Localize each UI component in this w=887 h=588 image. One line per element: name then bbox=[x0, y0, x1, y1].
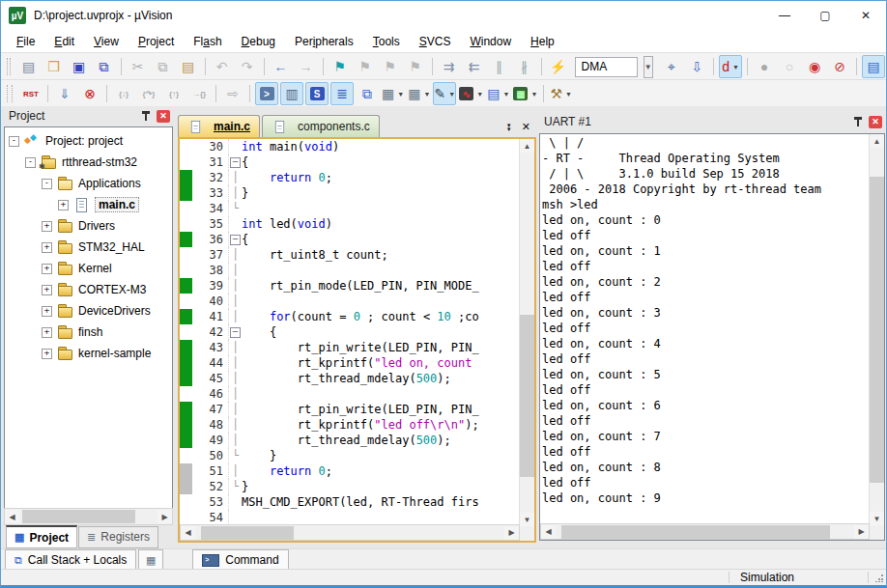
scroll-right-icon[interactable]: ▶ bbox=[157, 510, 172, 523]
target-select-combo[interactable]: DMA bbox=[575, 57, 638, 77]
scroll-right-icon[interactable]: ▶ bbox=[854, 525, 869, 539]
stop-button[interactable]: ⊗ bbox=[78, 82, 101, 105]
undo-button[interactable]: ↶ bbox=[211, 55, 234, 78]
menu-item-project[interactable]: Project bbox=[129, 33, 184, 50]
scroll-up-icon[interactable]: ▲ bbox=[870, 134, 884, 148]
menu-item-peripherals[interactable]: Peripherals bbox=[285, 33, 363, 50]
symbols-window-button[interactable]: S bbox=[305, 82, 329, 105]
navigate-forward-button[interactable]: → bbox=[295, 55, 318, 78]
expand-icon[interactable]: + bbox=[58, 200, 69, 210]
pin-icon[interactable] bbox=[141, 110, 151, 122]
fold-marker[interactable]: – bbox=[228, 232, 242, 247]
tab-project[interactable]: ▦ Project bbox=[6, 525, 77, 548]
scroll-left-icon[interactable]: ◀ bbox=[541, 525, 556, 539]
collapse-icon[interactable]: - bbox=[42, 179, 52, 189]
tree-item-main-c[interactable]: +main.c bbox=[5, 194, 172, 215]
fold-marker[interactable]: – bbox=[228, 324, 242, 340]
configuration-wizard-button[interactable]: ▤ bbox=[862, 55, 885, 78]
tab-list-chevron-icon[interactable]: ▼▼ bbox=[506, 124, 512, 131]
callstack-window-button[interactable]: ⧉ bbox=[356, 82, 379, 105]
indent-button[interactable]: ⇉ bbox=[438, 55, 461, 78]
system-viewer-button[interactable]: ▤▼ bbox=[486, 82, 510, 105]
editor-hscrollbar[interactable]: ◀ ▶ bbox=[180, 524, 520, 541]
tree-item-project-project[interactable]: -Project: project bbox=[5, 130, 172, 152]
fold-collapse-icon[interactable]: – bbox=[230, 235, 241, 245]
step-out-button[interactable]: {↑} bbox=[162, 82, 186, 105]
save-button[interactable]: ▣ bbox=[68, 55, 91, 78]
tab-main-c[interactable]: main.c bbox=[178, 115, 260, 137]
step-over-button[interactable]: {↷} bbox=[137, 82, 160, 105]
tree-item-devicedrivers[interactable]: +DeviceDrivers bbox=[5, 300, 172, 322]
toolbox-button[interactable]: ▦▼ bbox=[512, 82, 538, 105]
uart-hscrollbar[interactable]: ◀ ▶ bbox=[540, 523, 870, 540]
debug-session-button[interactable]: d▼ bbox=[719, 55, 742, 78]
bookmark-prev-button[interactable]: ⚑ bbox=[379, 55, 402, 78]
run-button[interactable]: ⇓ bbox=[53, 82, 76, 105]
copy-button[interactable]: ⧉ bbox=[152, 55, 175, 78]
tree-item-drivers[interactable]: +Drivers bbox=[5, 215, 172, 237]
bookmark-next-button[interactable]: ⚑ bbox=[354, 55, 377, 78]
fold-collapse-icon[interactable]: – bbox=[230, 327, 241, 338]
kill-all-breakpoints-button[interactable]: ⊘ bbox=[828, 55, 851, 78]
expand-icon[interactable]: + bbox=[42, 306, 52, 317]
minimize-button[interactable]: — bbox=[764, 1, 805, 30]
tab-command[interactable]: > Command bbox=[192, 549, 288, 571]
tree-item-applications[interactable]: -Applications bbox=[5, 173, 172, 194]
redo-button[interactable]: ↷ bbox=[236, 55, 259, 78]
reset-button[interactable]: RST bbox=[19, 82, 43, 105]
open-file-button[interactable]: ❒ bbox=[43, 55, 66, 78]
maximize-button[interactable]: ▢ bbox=[805, 1, 845, 30]
tree-item-kernel-sample[interactable]: +kernel-sample bbox=[5, 343, 172, 364]
project-tree[interactable]: -Project: project-✱rtthread-stm32-Applic… bbox=[4, 126, 173, 511]
save-all-button[interactable]: ⧉ bbox=[93, 55, 116, 78]
uart-output[interactable]: \ | /- RT - Thread Operating System / | … bbox=[539, 133, 885, 541]
serial-window-button[interactable]: ✎▼ bbox=[433, 82, 456, 105]
memory-window-button[interactable]: ▦▼ bbox=[407, 82, 431, 105]
menu-item-help[interactable]: Help bbox=[521, 33, 564, 50]
resize-grip[interactable] bbox=[875, 574, 883, 582]
tree-item-stm32-hal[interactable]: +STM32_HAL bbox=[5, 237, 172, 258]
toolbar-grip[interactable] bbox=[7, 58, 11, 75]
scroll-left-icon[interactable]: ◀ bbox=[5, 510, 19, 523]
scroll-down-icon[interactable]: ▼ bbox=[520, 513, 534, 526]
tab-registers[interactable]: ≣ Registers bbox=[78, 526, 158, 548]
scroll-right-icon[interactable]: ▶ bbox=[504, 526, 519, 540]
cut-button[interactable]: ✂ bbox=[127, 55, 150, 78]
scroll-thumb[interactable] bbox=[870, 177, 884, 483]
pin-icon[interactable] bbox=[853, 116, 863, 127]
menu-item-edit[interactable]: Edit bbox=[44, 33, 84, 50]
insert-breakpoint-button[interactable]: ● bbox=[753, 55, 776, 78]
scroll-down-icon[interactable]: ▼ bbox=[870, 512, 884, 525]
menu-item-svcs[interactable]: SVCS bbox=[410, 33, 461, 50]
fold-marker[interactable]: – bbox=[228, 154, 242, 170]
tab-call-stack-locals[interactable]: ⧉ Call Stack + Locals bbox=[5, 549, 136, 571]
show-next-statement-button[interactable]: ⇨ bbox=[221, 82, 244, 105]
watch-window-button[interactable]: ▦▼ bbox=[381, 82, 405, 105]
scroll-thumb[interactable] bbox=[561, 525, 830, 539]
logic-analyzer-button[interactable]: ∿▼ bbox=[458, 82, 484, 105]
registers-window-button[interactable]: ≣ bbox=[330, 82, 354, 105]
navigate-back-button[interactable]: ← bbox=[270, 55, 293, 78]
tree-item-cortex-m3[interactable]: +CORTEX-M3 bbox=[5, 279, 172, 300]
outdent-button[interactable]: ⇇ bbox=[463, 55, 486, 78]
expand-icon[interactable]: + bbox=[42, 327, 52, 338]
disable-all-breakpoints-button[interactable]: ◉ bbox=[803, 55, 826, 78]
tree-item-rtthread-stm32[interactable]: -✱rtthread-stm32 bbox=[5, 152, 172, 173]
menu-item-file[interactable]: File bbox=[7, 33, 44, 50]
expand-icon[interactable]: + bbox=[42, 285, 52, 295]
menu-item-view[interactable]: View bbox=[84, 33, 129, 50]
scroll-up-icon[interactable]: ▲ bbox=[520, 139, 534, 153]
uart-vscrollbar[interactable]: ▲ ▼ bbox=[869, 134, 884, 525]
editor-vscrollbar[interactable]: ▲ ▼ bbox=[519, 139, 534, 526]
find-in-files-button[interactable]: ⌖ bbox=[660, 55, 683, 78]
scroll-thumb[interactable] bbox=[22, 510, 135, 523]
memory-window-quick-button[interactable]: ▦ bbox=[138, 549, 163, 571]
scroll-left-icon[interactable]: ◀ bbox=[181, 526, 195, 540]
run-to-line-button[interactable]: →{} bbox=[187, 82, 211, 105]
disassembly-window-button[interactable]: ▥ bbox=[280, 82, 303, 105]
find-next-button[interactable]: ⇩ bbox=[685, 55, 708, 78]
project-close-icon[interactable]: ✕ bbox=[157, 110, 170, 123]
bookmark-clear-button[interactable]: ⚑ bbox=[404, 55, 427, 78]
menu-item-debug[interactable]: Debug bbox=[232, 33, 285, 50]
collapse-icon[interactable]: - bbox=[25, 157, 36, 168]
